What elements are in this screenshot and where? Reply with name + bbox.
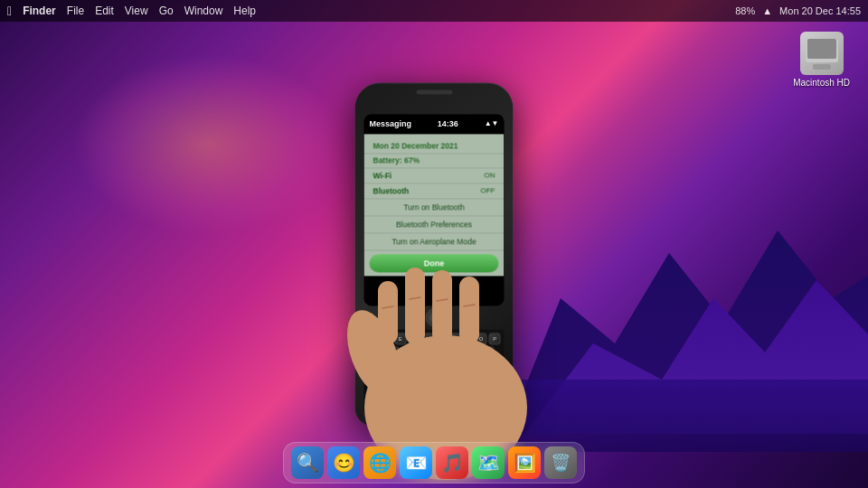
hd-icon-image [800,32,844,75]
ear-piece [416,89,452,94]
dock-icon-finder[interactable]: 😊 [327,446,360,479]
datetime-display: Mon 20 Dec 14:55 [779,5,861,16]
svg-point-3 [819,47,825,52]
finder-menu[interactable]: Finder [23,5,56,17]
wifi-icon: ▲ [762,5,772,16]
phone-in-hand: Messaging 14:36 ▲▼ Mon 20 December 2021 … [355,82,514,426]
svg-rect-9 [432,270,452,344]
hd-drive-svg [800,32,844,75]
menubar-left:  Finder File Edit View Go Window Help [7,4,256,18]
edit-menu[interactable]: Edit [95,5,114,17]
apple-logo-icon[interactable]:  [7,4,12,18]
dock-icon-mail[interactable]: 📧 [400,446,432,479]
file-menu[interactable]: File [67,5,84,17]
dock: 🔍 😊 🌐 📧 🎵 🗺️ 🖼️ 🗑️ [283,442,585,483]
hand-svg [319,118,572,488]
dock-icon-browser[interactable]: 🌐 [363,446,396,479]
svg-rect-8 [405,267,425,344]
dock-icon-trash[interactable]: 🗑️ [544,446,577,479]
menubar-right: 88% ▲ Mon 20 Dec 14:55 [735,5,861,16]
dock-icon-music[interactable]: 🎵 [436,446,468,479]
svg-rect-4 [813,64,831,69]
battery-status: 88% [735,5,755,16]
window-menu[interactable]: Window [184,5,223,17]
svg-rect-1 [807,41,836,59]
svg-rect-0 [806,39,838,62]
dock-icon-launchpad[interactable]: 🔍 [291,446,324,479]
view-menu[interactable]: View [125,5,148,17]
dock-icon-maps[interactable]: 🗺️ [472,446,505,479]
sky-glow [72,54,344,235]
hd-label-text: Macintosh HD [793,78,850,88]
svg-rect-7 [378,281,398,344]
macintosh-hd-icon[interactable]: Macintosh HD [793,32,850,88]
desktop:  Finder File Edit View Go Window Help 8… [0,0,868,488]
menubar:  Finder File Edit View Go Window Help 8… [0,0,868,22]
svg-rect-10 [459,277,479,344]
help-menu[interactable]: Help [233,5,256,17]
svg-point-2 [816,44,827,55]
go-menu[interactable]: Go [159,5,174,17]
dock-icon-photos[interactable]: 🖼️ [508,446,541,479]
